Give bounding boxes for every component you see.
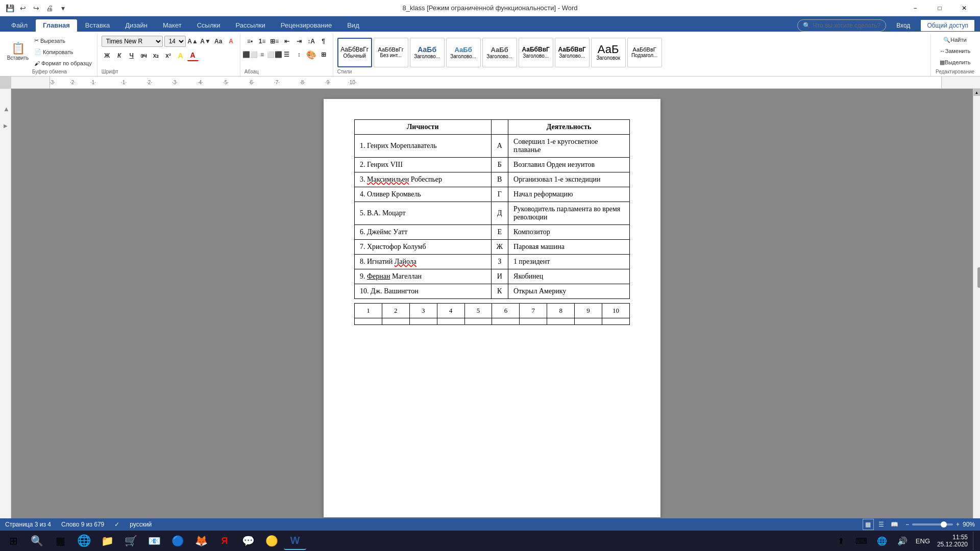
style-h5[interactable]: АаБбВвГ Заголово... (555, 38, 590, 67)
task-view-button[interactable]: ▦ (49, 532, 71, 550)
undo-button[interactable]: ↩ (17, 3, 29, 14)
shading-button[interactable]: 🎨 (306, 49, 317, 60)
tab-layout[interactable]: Макет (156, 19, 189, 32)
style-subtitle[interactable]: АаБбВвГ Подзагол... (627, 38, 662, 67)
font-name-select[interactable]: Times New R (102, 36, 163, 47)
tab-file[interactable]: Файл (4, 19, 35, 32)
ribbon-search[interactable]: 🔍 Что вы хотите сделать? (797, 19, 887, 32)
text-highlight-button[interactable]: A (175, 50, 186, 61)
increase-indent-button[interactable]: ⇥ (293, 36, 305, 47)
network-icon[interactable]: 🌐 (873, 532, 891, 550)
keyboard-icon[interactable]: ⌨ (852, 532, 871, 550)
print-preview-button[interactable]: 🖨 (44, 3, 55, 14)
align-center-button[interactable]: ≡ (257, 49, 268, 60)
read-mode-button[interactable]: 📖 (889, 519, 900, 530)
tab-insert[interactable]: Вставка (78, 19, 117, 32)
style-no-spacing[interactable]: АаБбВвГг Без инт... (374, 38, 408, 67)
qat-dropdown[interactable]: ▾ (57, 3, 68, 14)
tab-review[interactable]: Рецензирование (274, 19, 339, 32)
italic-button[interactable]: К (114, 50, 125, 61)
find-button[interactable]: 🔍 Найти (941, 35, 968, 45)
justify-button[interactable]: ☰ (281, 49, 292, 60)
close-button[interactable]: ✕ (952, 0, 976, 16)
volume-icon[interactable]: 🔊 (893, 532, 912, 550)
align-right-button[interactable]: ⬜⬛ (269, 49, 280, 60)
show-marks-button[interactable]: ¶ (318, 36, 329, 47)
numbered-list-button[interactable]: 1≡ (257, 36, 268, 47)
copy-button[interactable]: 📄 Копировать (32, 47, 94, 57)
taskbar-clock[interactable]: 11:55 25.12.2020 (934, 534, 971, 548)
multilevel-list-button[interactable]: ⊞≡ (269, 36, 280, 47)
font-grow-button[interactable]: A▲ (187, 36, 199, 47)
start-button[interactable]: ⊞ (2, 532, 24, 550)
replace-button[interactable]: ↔ Заменить (938, 46, 972, 56)
scroll-thumb[interactable] (977, 267, 981, 288)
print-layout-button[interactable]: ▦ (863, 519, 874, 530)
yandex-button[interactable]: Я (213, 532, 236, 550)
document-scroll-area[interactable]: Личности Деятельность 1. Генрих Мореплав… (11, 89, 973, 532)
paste-button[interactable]: 📋 Вставить (5, 37, 31, 67)
store-button[interactable]: 🛒 (119, 532, 142, 550)
explorer-button[interactable]: 📁 (96, 532, 118, 550)
decrease-indent-button[interactable]: ⇤ (281, 36, 292, 47)
style-h3[interactable]: АаБб Заголово... (482, 38, 517, 67)
cut-button[interactable]: ✂ Вырезать (32, 36, 94, 46)
vertical-scrollbar[interactable]: ▲ ▼ (973, 89, 980, 532)
app1-button[interactable]: 🔵 (166, 532, 189, 550)
search-button[interactable]: 🔍 (26, 532, 48, 550)
language-status[interactable]: русский (130, 521, 152, 528)
redo-button[interactable]: ↪ (31, 3, 42, 14)
whatsapp-button[interactable]: 💬 (237, 532, 259, 550)
tab-view[interactable]: Вид (340, 19, 366, 32)
maximize-button[interactable]: □ (928, 0, 951, 16)
style-normal[interactable]: АаБбВвГг Обычный (337, 38, 372, 67)
zoom-in-button[interactable]: + (956, 521, 960, 528)
font-row-1: Times New R 14 A▲ A▼ Аа A (102, 36, 237, 47)
scroll-up-button[interactable]: ▲ (973, 89, 981, 96)
font-size-select[interactable]: 14 (164, 36, 186, 47)
sort-button[interactable]: ↕A (306, 36, 317, 47)
underline-button[interactable]: Ч (126, 50, 137, 61)
align-left-button[interactable]: ⬛⬜ (244, 49, 256, 60)
bold-button[interactable]: Ж (102, 50, 113, 61)
tab-home[interactable]: Главная (36, 19, 77, 32)
signin-button[interactable]: Вход (890, 20, 916, 31)
style-title[interactable]: АаБ Заголовок (591, 38, 626, 67)
style-h2[interactable]: АаБб Заголово... (446, 38, 481, 67)
web-layout-button[interactable]: ☰ (876, 519, 887, 530)
paste-icon: 📋 (11, 43, 25, 54)
change-case-button[interactable]: Аа (213, 36, 224, 47)
superscript-button[interactable]: x² (163, 50, 174, 61)
edge-button[interactable]: 🌐 (72, 532, 95, 550)
tab-design[interactable]: Дизайн (118, 19, 155, 32)
mail-button[interactable]: 📧 (143, 532, 165, 550)
format-painter-button[interactable]: 🖌 Формат по образцу (32, 58, 94, 68)
font-color-button[interactable]: A (187, 50, 199, 61)
document-page[interactable]: Личности Деятельность 1. Генрих Мореплав… (324, 99, 660, 517)
table-header-sep (491, 120, 508, 135)
app2-button[interactable]: 🦊 (190, 532, 212, 550)
bullet-list-button[interactable]: ≡• (244, 36, 256, 47)
font-shrink-button[interactable]: A▼ (200, 36, 211, 47)
style-h4[interactable]: АаБбВвГ Заголово... (519, 38, 553, 67)
subscript-button[interactable]: x₂ (151, 50, 162, 61)
show-desktop-button[interactable] (973, 532, 976, 550)
zoom-out-button[interactable]: − (905, 521, 909, 528)
share-button[interactable]: Общий доступ (920, 19, 975, 32)
save-button[interactable]: 💾 (4, 3, 15, 14)
browser-button[interactable]: 🟡 (260, 532, 283, 550)
lang-indicator[interactable]: ENG (914, 532, 932, 550)
borders-button[interactable]: ⊞ (318, 49, 329, 60)
notification-icon[interactable]: ⬆ (832, 532, 850, 550)
zoom-level[interactable]: 90% (963, 521, 975, 528)
clear-format-button[interactable]: A (226, 36, 237, 47)
tab-mailings[interactable]: Рассылки (228, 19, 272, 32)
minimize-button[interactable]: − (903, 0, 927, 16)
word-button[interactable]: W (284, 532, 306, 550)
tab-references[interactable]: Ссылки (190, 19, 228, 32)
zoom-slider[interactable] (912, 523, 953, 525)
select-button[interactable]: ▦ Выделить (938, 57, 973, 67)
line-spacing-button[interactable]: ↕ (293, 49, 305, 60)
style-h1[interactable]: АаБб Заголово... (410, 38, 445, 67)
strikethrough-button[interactable]: зч (138, 50, 150, 61)
